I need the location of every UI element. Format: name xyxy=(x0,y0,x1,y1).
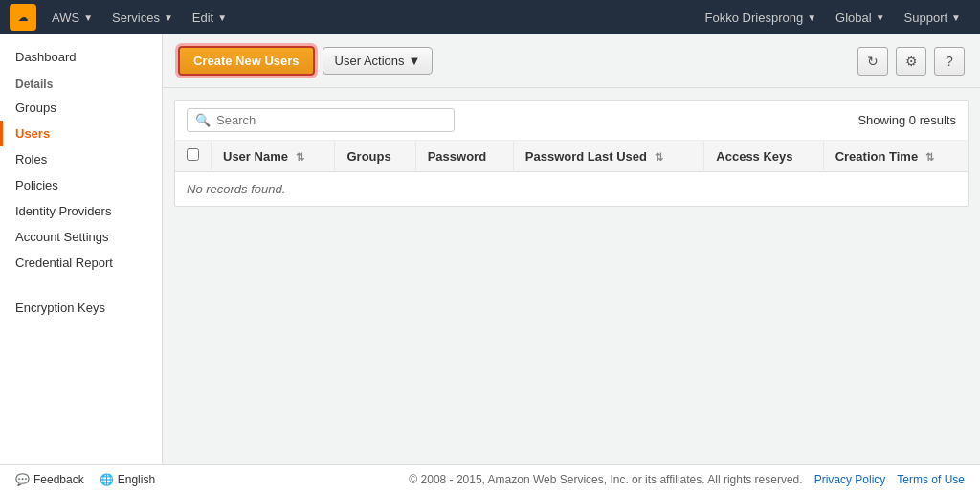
footer: 💬 Feedback 🌐 English © 2008 - 2015, Amaz… xyxy=(0,464,980,493)
feedback-icon: 💬 xyxy=(15,473,30,486)
col-groups: Groups xyxy=(335,141,415,172)
sidebar-item-dashboard[interactable]: Dashboard xyxy=(0,44,162,70)
search-icon: 🔍 xyxy=(195,113,211,127)
global-caret-icon: ▼ xyxy=(876,12,885,23)
terms-of-use-link[interactable]: Terms of Use xyxy=(897,473,965,486)
aws-label[interactable]: AWS ▼ xyxy=(42,0,102,34)
col-creation-time[interactable]: Creation Time ⇅ xyxy=(823,141,968,172)
content-area: Create New Users User Actions ▼ ↻ ⚙ ? 🔍 xyxy=(163,34,980,464)
main-layout: Dashboard Details Groups Users Roles Pol… xyxy=(0,34,980,464)
user-actions-button[interactable]: User Actions ▼ xyxy=(323,47,434,75)
col-password: Password xyxy=(415,141,513,172)
edit-menu[interactable]: Edit ▼ xyxy=(183,0,236,34)
settings-button[interactable]: ⚙ xyxy=(896,47,926,76)
footer-right: © 2008 - 2015, Amazon Web Services, Inc.… xyxy=(409,473,965,486)
globe-icon: 🌐 xyxy=(100,473,114,486)
services-caret-icon: ▼ xyxy=(164,12,173,23)
search-input[interactable] xyxy=(216,113,446,127)
sidebar-item-users[interactable]: Users xyxy=(0,121,162,146)
user-name-sort-icon: ⇅ xyxy=(296,151,304,163)
privacy-policy-link[interactable]: Privacy Policy xyxy=(814,473,886,486)
sidebar: Dashboard Details Groups Users Roles Pol… xyxy=(0,34,163,464)
help-button[interactable]: ? xyxy=(934,47,965,76)
sidebar-item-policies[interactable]: Policies xyxy=(0,172,162,198)
users-table: User Name ⇅ Groups Password Password Las… xyxy=(175,141,968,206)
select-all-column[interactable] xyxy=(175,141,212,172)
password-last-used-sort-icon: ⇅ xyxy=(655,151,663,163)
table-container: 🔍 Showing 0 results User Name ⇅ Groups xyxy=(174,100,969,207)
footer-left: 💬 Feedback 🌐 English xyxy=(15,473,155,486)
refresh-button[interactable]: ↻ xyxy=(858,47,888,76)
sidebar-item-account-settings[interactable]: Account Settings xyxy=(0,224,162,250)
support-caret-icon: ▼ xyxy=(951,12,961,23)
support-menu[interactable]: Support ▼ xyxy=(895,0,970,34)
aws-caret-icon: ▼ xyxy=(83,12,93,23)
sidebar-item-credential-report[interactable]: Credential Report xyxy=(0,250,162,276)
col-password-last-used[interactable]: Password Last Used ⇅ xyxy=(513,141,703,172)
sidebar-details-section: Details xyxy=(0,70,162,95)
sidebar-item-identity-providers[interactable]: Identity Providers xyxy=(0,198,162,224)
col-access-keys: Access Keys xyxy=(704,141,823,172)
user-caret-icon: ▼ xyxy=(807,12,816,23)
aws-logo: ☁ xyxy=(10,4,36,31)
settings-icon: ⚙ xyxy=(905,54,918,69)
global-menu[interactable]: Global ▼ xyxy=(826,0,894,34)
col-user-name[interactable]: User Name ⇅ xyxy=(212,141,335,172)
create-new-users-button[interactable]: Create New Users xyxy=(178,46,315,76)
feedback-button[interactable]: 💬 Feedback xyxy=(15,473,84,486)
edit-caret-icon: ▼ xyxy=(217,12,227,23)
top-navigation: ☁ AWS ▼ Services ▼ Edit ▼ Fokko Driespro… xyxy=(0,0,980,34)
sidebar-item-encryption-keys[interactable]: Encryption Keys xyxy=(0,295,162,321)
user-menu[interactable]: Fokko Driesprong ▼ xyxy=(696,0,827,34)
table-header: 🔍 Showing 0 results xyxy=(175,101,968,141)
results-count: Showing 0 results xyxy=(858,113,956,127)
language-selector[interactable]: 🌐 English xyxy=(100,473,155,486)
toolbar: Create New Users User Actions ▼ ↻ ⚙ ? xyxy=(163,34,980,88)
sidebar-item-groups[interactable]: Groups xyxy=(0,95,162,121)
search-box[interactable]: 🔍 xyxy=(187,108,455,132)
services-menu[interactable]: Services ▼ xyxy=(102,0,183,34)
creation-time-sort-icon: ⇅ xyxy=(925,151,934,163)
user-actions-caret-icon: ▼ xyxy=(409,54,421,68)
help-icon: ? xyxy=(946,54,953,69)
table-header-row: User Name ⇅ Groups Password Password Las… xyxy=(175,141,968,172)
empty-row: No records found. xyxy=(175,172,968,207)
copyright-text: © 2008 - 2015, Amazon Web Services, Inc.… xyxy=(409,473,802,486)
nav-right-section: Fokko Driesprong ▼ Global ▼ Support ▼ xyxy=(696,0,970,34)
empty-message: No records found. xyxy=(175,172,968,207)
select-all-checkbox[interactable] xyxy=(187,148,199,161)
refresh-icon: ↻ xyxy=(867,54,879,69)
sidebar-item-roles[interactable]: Roles xyxy=(0,146,162,172)
